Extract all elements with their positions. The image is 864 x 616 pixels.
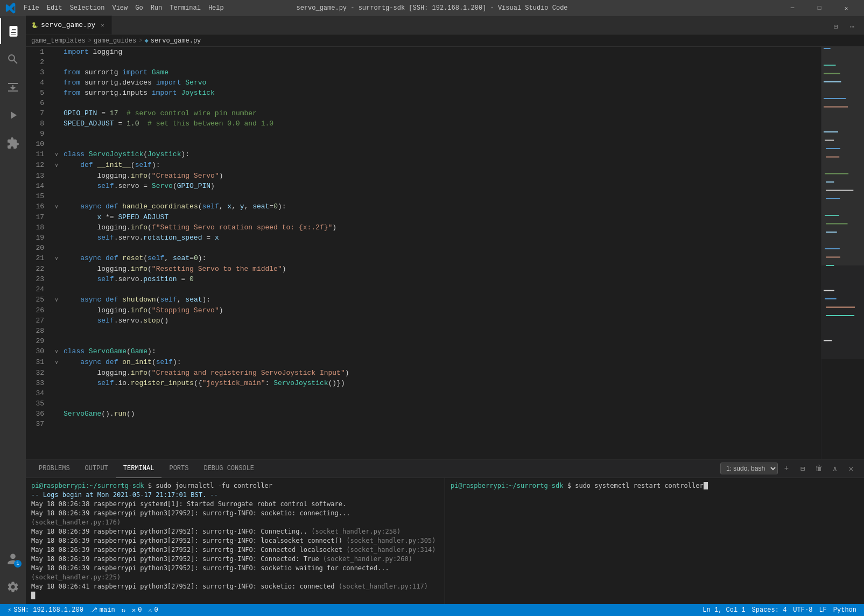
menu-file[interactable]: File — [20, 3, 43, 13]
line-content[interactable]: self.servo.stop() — [53, 316, 821, 326]
line-content[interactable]: ServoGame().run() — [53, 409, 821, 419]
search-activity-icon[interactable] — [0, 46, 26, 72]
breadcrumb-game-templates[interactable]: game_templates — [31, 37, 86, 45]
fold-arrow-icon[interactable]: ∨ — [55, 160, 64, 171]
line-content[interactable]: x *= SPEED_ADJUST — [53, 212, 821, 222]
terminal-tab-output[interactable]: OUTPUT — [78, 459, 116, 478]
line-content[interactable] — [53, 191, 821, 201]
fold-arrow-icon[interactable]: ∨ — [55, 295, 64, 305]
fold-arrow-icon[interactable]: ∨ — [55, 254, 64, 264]
line-content[interactable] — [53, 129, 821, 139]
minimize-button[interactable]: ─ — [780, 0, 805, 16]
line-content[interactable]: logging.info("Creating Servo") — [53, 171, 821, 181]
fold-arrow-icon[interactable]: ∨ — [55, 202, 64, 212]
status-encoding[interactable]: UTF-8 — [790, 604, 816, 616]
line-content[interactable]: self.servo = Servo(GPIO_PIN) — [53, 181, 821, 191]
close-button[interactable]: ✕ — [834, 0, 859, 16]
close-panel-button[interactable]: ✕ — [844, 461, 859, 476]
fold-arrow-icon[interactable]: ∨ — [55, 150, 64, 160]
code-line: 15 — [26, 191, 821, 201]
fold-arrow-icon[interactable]: ∨ — [55, 358, 64, 368]
fold-arrow-icon[interactable]: ∨ — [55, 347, 64, 357]
status-branch[interactable]: ⎇ main — [87, 604, 118, 616]
terminal-tab-debug[interactable]: DEBUG CONSOLE — [196, 459, 262, 478]
menu-edit[interactable]: Edit — [44, 3, 66, 13]
line-content[interactable]: self.servo.rotation_speed = x — [53, 233, 821, 243]
terminal-selector[interactable]: 1: sudo, bash — [720, 463, 778, 474]
menu-view[interactable]: View — [109, 3, 131, 13]
line-content[interactable]: from surrortg import Game — [53, 67, 821, 78]
breadcrumb-game-guides[interactable]: game_guides — [94, 37, 136, 45]
maximize-panel-button[interactable]: ∧ — [827, 461, 842, 476]
split-editor-button[interactable]: ⊟ — [828, 19, 844, 34]
line-content[interactable]: self.servo.position = 0 — [53, 274, 821, 284]
line-content[interactable] — [53, 98, 821, 108]
line-content[interactable]: ∨ async def on_init(self): — [53, 357, 821, 368]
line-content[interactable]: ∨ def __init__(self): — [53, 160, 821, 171]
status-warnings[interactable]: ⚠ 0 — [145, 604, 161, 616]
line-content[interactable] — [53, 419, 821, 429]
menu-terminal[interactable]: Terminal — [166, 3, 204, 13]
line-content[interactable] — [53, 398, 821, 409]
line-content[interactable] — [53, 336, 821, 346]
terminal-content: pi@raspberrypi:~/surrortg-sdk $ sudo jou… — [26, 478, 864, 604]
line-content[interactable] — [53, 326, 821, 336]
status-eol[interactable]: LF — [816, 604, 830, 616]
line-content[interactable]: logging.info("Resetting Servo to the mid… — [53, 264, 821, 274]
status-ssh[interactable]: ⚡ SSH: 192.168.1.200 — [4, 604, 87, 616]
line-content[interactable]: self.io.register_inputs({"joystick_main"… — [53, 378, 821, 388]
code-line: 35 — [26, 398, 821, 409]
line-number: 26 — [26, 305, 53, 316]
titlebar-menu[interactable]: File Edit Selection View Go Run Terminal… — [20, 3, 227, 13]
terminal-tab-problems[interactable]: PROBLEMS — [31, 459, 78, 478]
more-actions-button[interactable]: ⋯ — [845, 19, 860, 34]
line-content[interactable]: ∨ async def shutdown(self, seat): — [53, 295, 821, 305]
menu-go[interactable]: Go — [132, 3, 146, 13]
status-language[interactable]: Python — [830, 604, 860, 616]
line-content[interactable]: SPEED_ADJUST = 1.0 # set this between 0.… — [53, 118, 821, 129]
line-content[interactable]: logging.info("Stopping Servo") — [53, 305, 821, 316]
line-content[interactable]: GPIO_PIN = 17 # servo control wire pin n… — [53, 108, 821, 118]
status-spaces[interactable]: Spaces: 4 — [749, 604, 790, 616]
tab-servo-game[interactable]: 🐍 servo_game.py ✕ — [26, 16, 112, 34]
terminal-left-pane[interactable]: pi@raspberrypi:~/surrortg-sdk $ sudo jou… — [26, 478, 445, 604]
line-content[interactable]: from surrortg.devices import Servo — [53, 78, 821, 88]
terminal-tab-ports[interactable]: PORTS — [161, 459, 196, 478]
status-sync[interactable]: ↻ — [118, 604, 129, 616]
menu-help[interactable]: Help — [205, 3, 227, 13]
line-content[interactable]: ∨ async def reset(self, seat=0): — [53, 253, 821, 264]
status-errors[interactable]: ✕ 0 — [129, 604, 145, 616]
extensions-activity-icon[interactable] — [0, 130, 26, 156]
line-content[interactable]: ∨ class ServoGame(Game): — [53, 346, 821, 357]
run-activity-icon[interactable] — [0, 102, 26, 128]
line-content[interactable] — [53, 139, 821, 149]
terminal-right-pane[interactable]: pi@raspberrypi:~/surrortg-sdk $ sudo sys… — [445, 478, 864, 604]
line-content[interactable]: import logging — [53, 47, 821, 57]
line-number: 12 — [26, 160, 53, 171]
line-content[interactable] — [53, 57, 821, 67]
line-content[interactable]: logging.info(f"Setting Servo rotation sp… — [53, 222, 821, 233]
status-position[interactable]: Ln 1, Col 1 — [699, 604, 748, 616]
line-content[interactable] — [53, 284, 821, 295]
add-terminal-button[interactable]: + — [779, 461, 794, 476]
delete-terminal-button[interactable]: 🗑 — [811, 461, 826, 476]
source-control-activity-icon[interactable] — [0, 74, 26, 100]
line-number: 21 — [26, 253, 53, 264]
account-activity-icon[interactable]: 1 — [0, 546, 26, 572]
explorer-activity-icon[interactable] — [0, 18, 26, 44]
code-editor[interactable]: 1import logging23from surrortg import Ga… — [26, 47, 821, 459]
line-content[interactable]: ∨ async def handle_coordinates(self, x, … — [53, 201, 821, 212]
menu-run[interactable]: Run — [147, 3, 166, 13]
tab-close-button[interactable]: ✕ — [99, 21, 106, 30]
line-content[interactable] — [53, 243, 821, 253]
breadcrumb-file[interactable]: servo_game.py — [151, 37, 201, 45]
maximize-button[interactable]: □ — [807, 0, 832, 16]
split-terminal-button[interactable]: ⊟ — [795, 461, 810, 476]
line-content[interactable]: from surrortg.inputs import Joystick — [53, 88, 821, 98]
line-content[interactable] — [53, 388, 821, 398]
line-content[interactable]: logging.info("Creating and registering S… — [53, 368, 821, 378]
terminal-tab-terminal[interactable]: TERMINAL — [116, 459, 162, 478]
line-content[interactable]: ∨ class ServoJoystick(Joystick): — [53, 149, 821, 160]
menu-selection[interactable]: Selection — [67, 3, 108, 13]
settings-activity-icon[interactable] — [0, 574, 26, 600]
